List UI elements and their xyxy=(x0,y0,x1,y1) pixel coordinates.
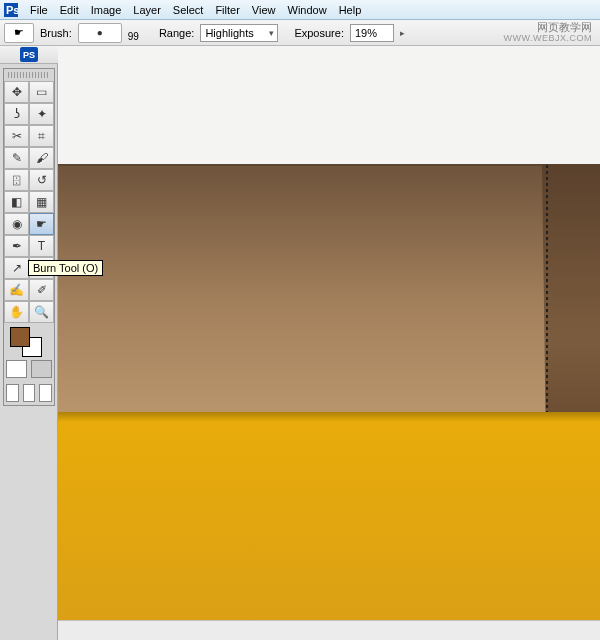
wand-icon: ✦ xyxy=(37,107,47,121)
slice-icon: ⌗ xyxy=(38,129,45,143)
marquee-icon: ▭ xyxy=(36,85,47,99)
tool-crop[interactable]: ✂ xyxy=(4,125,29,147)
tool-stamp[interactable]: ⌹ xyxy=(4,169,29,191)
screen-mode-3[interactable] xyxy=(39,384,52,402)
edit-mode-row xyxy=(4,357,54,381)
tool-slice[interactable]: ⌗ xyxy=(29,125,54,147)
brush-size-value: 99 xyxy=(128,31,139,42)
range-select[interactable]: Highlights xyxy=(200,24,278,42)
lasso-icon: ʖ xyxy=(14,107,20,121)
brush-icon: 🖌 xyxy=(36,151,48,165)
color-swatches[interactable] xyxy=(4,323,54,357)
eraser-icon: ◧ xyxy=(11,195,22,209)
tool-preset-picker[interactable]: ☛ xyxy=(4,23,34,43)
crop-icon: ✂ xyxy=(12,129,22,143)
burn-icon: ☛ xyxy=(36,217,47,231)
tool-move[interactable]: ✥ xyxy=(4,81,29,103)
gradient-icon: ▦ xyxy=(36,195,47,209)
left-dock: PS ✥▭ʖ✦✂⌗✎🖌⌹↺◧▦◉☛✒T↗▢✍✐✋🔍 Burn Tool (O) xyxy=(0,46,58,640)
tool-heal[interactable]: ✎ xyxy=(4,147,29,169)
artwork-box-flap xyxy=(542,164,600,414)
exposure-value: 19% xyxy=(355,27,377,39)
tool-brush[interactable]: 🖌 xyxy=(29,147,54,169)
type-icon: T xyxy=(38,239,45,253)
pen-icon: ✒ xyxy=(12,239,22,253)
menu-select[interactable]: Select xyxy=(167,2,210,18)
tool-hand[interactable]: ✋ xyxy=(4,301,29,323)
hand-icon: ✋ xyxy=(9,305,24,319)
ps-badge-icon: PS xyxy=(20,47,38,62)
screen-mode-row xyxy=(4,381,54,405)
menu-file[interactable]: File xyxy=(24,2,54,18)
menu-help[interactable]: Help xyxy=(333,2,368,18)
tool-burn[interactable]: ☛ xyxy=(29,213,54,235)
range-label: Range: xyxy=(159,27,194,39)
artwork-box-interior xyxy=(58,164,548,414)
zoom-icon: 🔍 xyxy=(34,305,49,319)
exposure-label: Exposure: xyxy=(294,27,344,39)
tool-lasso[interactable]: ʖ xyxy=(4,103,29,125)
screen-mode-1[interactable] xyxy=(6,384,19,402)
blur-icon: ◉ xyxy=(12,217,22,231)
menu-edit[interactable]: Edit xyxy=(54,2,85,18)
stamp-icon: ⌹ xyxy=(13,173,20,187)
status-bar xyxy=(58,620,600,640)
app-logo: Ps xyxy=(2,2,20,18)
tool-blur[interactable]: ◉ xyxy=(4,213,29,235)
quickmask-mode-button[interactable] xyxy=(31,360,52,378)
history-icon: ↺ xyxy=(37,173,47,187)
move-icon: ✥ xyxy=(12,85,22,99)
menu-window[interactable]: Window xyxy=(282,2,333,18)
tool-history[interactable]: ↺ xyxy=(29,169,54,191)
menu-image[interactable]: Image xyxy=(85,2,128,18)
menu-view[interactable]: View xyxy=(246,2,282,18)
watermark: 网页教学网 WWW.WEBJX.COM xyxy=(504,22,593,43)
toolbox: ✥▭ʖ✦✂⌗✎🖌⌹↺◧▦◉☛✒T↗▢✍✐✋🔍 xyxy=(3,68,55,406)
tool-marquee[interactable]: ▭ xyxy=(29,81,54,103)
watermark-line1: 网页教学网 xyxy=(504,22,593,34)
tool-type[interactable]: T xyxy=(29,235,54,257)
menu-layer[interactable]: Layer xyxy=(127,2,167,18)
tool-gradient[interactable]: ▦ xyxy=(29,191,54,213)
tool-eyedrop[interactable]: ✐ xyxy=(29,279,54,301)
artwork-shadow xyxy=(58,412,600,422)
menu-filter[interactable]: Filter xyxy=(209,2,245,18)
path-icon: ↗ xyxy=(12,261,22,275)
tool-zoom[interactable]: 🔍 xyxy=(29,301,54,323)
tool-eraser[interactable]: ◧ xyxy=(4,191,29,213)
tool-path[interactable]: ↗ xyxy=(4,257,29,279)
heal-icon: ✎ xyxy=(12,151,22,165)
document-tab[interactable]: PS xyxy=(0,46,58,64)
brush-label: Brush: xyxy=(40,27,72,39)
foreground-color-swatch[interactable] xyxy=(10,327,30,347)
selection-marquee xyxy=(546,164,548,414)
range-value: Highlights xyxy=(205,27,253,39)
canvas-area[interactable] xyxy=(58,46,600,620)
notes-icon: ✍ xyxy=(9,283,24,297)
watermark-line2: WWW.WEBJX.COM xyxy=(504,34,593,43)
toolbox-grip[interactable] xyxy=(8,72,50,78)
tool-wand[interactable]: ✦ xyxy=(29,103,54,125)
eyedrop-icon: ✐ xyxy=(37,283,47,297)
svg-text:Ps: Ps xyxy=(6,4,18,16)
exposure-input[interactable]: 19% xyxy=(350,24,394,42)
tool-notes[interactable]: ✍ xyxy=(4,279,29,301)
screen-mode-2[interactable] xyxy=(23,384,36,402)
standard-mode-button[interactable] xyxy=(6,360,27,378)
tool-tooltip: Burn Tool (O) xyxy=(28,260,103,276)
brush-preset-picker[interactable]: ● xyxy=(78,23,122,43)
tool-pen[interactable]: ✒ xyxy=(4,235,29,257)
menu-bar: Ps FileEditImageLayerSelectFilterViewWin… xyxy=(0,0,600,20)
artwork-box-front xyxy=(58,412,600,620)
